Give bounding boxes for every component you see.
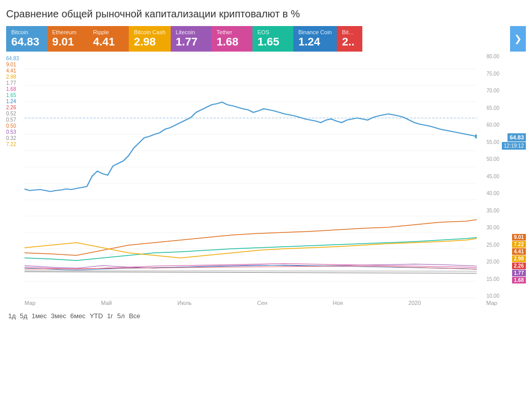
btn-1y[interactable]: 1г bbox=[107, 311, 113, 321]
xrp-name: Ripple bbox=[93, 29, 124, 35]
chevron-right-icon: ❯ bbox=[514, 33, 522, 44]
usdt-value: 1.68 bbox=[217, 35, 247, 49]
rb-168: 1.68 bbox=[512, 277, 526, 283]
right-coin-badges: 9.01 7.22 4.41 2.98 2.26 1.77 1.68 bbox=[512, 234, 526, 283]
page-title: Сравнение общей рыночной капитализации к… bbox=[6, 8, 526, 20]
y-right-75: 75.00 bbox=[479, 71, 499, 77]
rb-298: 2.98 bbox=[512, 255, 526, 262]
time-buttons: 1д 5д 1мес 3мес 6мес YTD 1г 5л Все bbox=[6, 311, 526, 321]
coin-tab-bit2[interactable]: Bit... 2.. bbox=[337, 26, 362, 52]
eos-value: 1.65 bbox=[258, 35, 288, 49]
y-right-25: 25.00 bbox=[479, 242, 499, 248]
rb-eth: 9.01 bbox=[512, 234, 526, 241]
eth-value: 9.01 bbox=[52, 35, 83, 49]
y-labels-left: 64.83 9.01 4.41 2.98 1.77 1.68 1.65 1.24… bbox=[6, 54, 25, 299]
y-right-40: 40.00 bbox=[479, 191, 499, 196]
main-chart: .grid-line { stroke: #e8e8e8; stroke-wid… bbox=[25, 54, 477, 299]
current-time-badge: 12:19:12 bbox=[502, 142, 526, 150]
y-label-eos: 1.65 bbox=[6, 92, 22, 99]
y-label-eth: 9.01 bbox=[6, 62, 22, 68]
rb-226: 2.26 bbox=[512, 263, 526, 269]
chart-wrapper: 64.83 9.01 4.41 2.98 1.77 1.68 1.65 1.24… bbox=[6, 54, 526, 321]
y-right-35: 35.00 bbox=[479, 208, 499, 214]
y-right-55: 55.00 bbox=[479, 139, 499, 145]
bch-value: 2.98 bbox=[134, 35, 166, 49]
x-label-mar1: Мар bbox=[25, 300, 36, 306]
y-label-xrp: 4.41 bbox=[6, 68, 22, 74]
y-right-10: 10.00 bbox=[479, 293, 499, 299]
x-label-sep: Сен bbox=[257, 300, 267, 306]
coin-tab-xrp[interactable]: Ripple 4.41 bbox=[88, 26, 129, 52]
btc-value: 64.83 bbox=[11, 35, 42, 49]
y-right-60: 60.00 bbox=[479, 122, 499, 128]
y-right-15: 15.00 bbox=[479, 276, 499, 282]
y-label-bit2: 2.26 bbox=[6, 105, 22, 111]
chart-svg: .grid-line { stroke: #e8e8e8; stroke-wid… bbox=[25, 54, 477, 299]
coin-tab-bnb[interactable]: Binance Coin 1.24 bbox=[293, 26, 337, 52]
usdt-name: Tether bbox=[217, 29, 247, 35]
y-label-032: 0.32 bbox=[6, 135, 22, 141]
x-axis: Мар Май Июль Сен Ноя 2020 Мар bbox=[6, 299, 526, 308]
current-value-badge: 64.83 bbox=[507, 133, 526, 141]
xrp-value: 4.41 bbox=[93, 35, 124, 49]
bch-name: Bitcoin Cash bbox=[134, 29, 166, 35]
x-label-mar2: Мар bbox=[486, 300, 497, 306]
coin-tab-btc[interactable]: Bitcoin 64.83 bbox=[6, 26, 47, 52]
ltc-name: Litecoin bbox=[176, 29, 206, 35]
y-label-053: 0.53 bbox=[6, 129, 22, 135]
coin-tab-eth[interactable]: Ethereum 9.01 bbox=[47, 26, 88, 52]
bit2-value: 2.. bbox=[342, 35, 357, 49]
btn-all[interactable]: Все bbox=[129, 311, 140, 321]
svg-point-16 bbox=[475, 134, 477, 138]
right-badges-panel: 64.83 12:19:12 9.01 7.22 4.41 2.98 2.26 … bbox=[499, 54, 526, 299]
coin-tab-eos[interactable]: EOS 1.65 bbox=[252, 26, 293, 52]
btn-5y[interactable]: 5л bbox=[117, 311, 125, 321]
y-label-ltc: 1.77 bbox=[6, 80, 22, 86]
y-label-052: 0.52 bbox=[6, 111, 22, 117]
y-label-057: 0.57 bbox=[6, 117, 22, 123]
y-right-80: 80.00 bbox=[479, 54, 499, 59]
btn-1d[interactable]: 1д bbox=[8, 311, 16, 321]
y-label-usdt: 1.68 bbox=[6, 86, 22, 92]
bit2-name: Bit... bbox=[342, 29, 357, 35]
coin-tab-bch[interactable]: Bitcoin Cash 2.98 bbox=[129, 26, 171, 52]
scroll-right-arrow[interactable]: ❯ bbox=[510, 26, 526, 52]
y-right-30: 30.00 bbox=[479, 225, 499, 230]
chart-area: 64.83 9.01 4.41 2.98 1.77 1.68 1.65 1.24… bbox=[6, 54, 526, 299]
x-label-nov: Ноя bbox=[333, 300, 343, 306]
y-right-70: 70.00 bbox=[479, 88, 499, 93]
y-right-65: 65.00 bbox=[479, 105, 499, 111]
coin-tabs-wrapper: Bitcoin 64.83 Ethereum 9.01 Ripple 4.41 … bbox=[6, 26, 526, 52]
coin-tabs: Bitcoin 64.83 Ethereum 9.01 Ripple 4.41 … bbox=[6, 26, 510, 52]
y-label-bnb: 1.24 bbox=[6, 99, 22, 105]
btn-5d[interactable]: 5д bbox=[20, 311, 28, 321]
bnb-name: Binance Coin bbox=[298, 29, 332, 35]
rb-177: 1.77 bbox=[512, 270, 526, 276]
btn-ytd[interactable]: YTD bbox=[89, 311, 103, 321]
x-label-may: Май bbox=[101, 300, 112, 306]
y-label-050: 0.50 bbox=[6, 123, 22, 129]
y-right-50: 50.00 bbox=[479, 156, 499, 162]
x-label-jul: Июль bbox=[177, 300, 192, 306]
eos-name: EOS bbox=[258, 29, 288, 35]
bnb-value: 1.24 bbox=[298, 35, 332, 49]
x-label-2020: 2020 bbox=[408, 300, 421, 306]
rb-441: 4.41 bbox=[512, 248, 526, 255]
y-right-20: 20.00 bbox=[479, 259, 499, 265]
ltc-value: 1.77 bbox=[176, 35, 206, 49]
coin-tab-ltc[interactable]: Litecoin 1.77 bbox=[171, 26, 212, 52]
btc-name: Bitcoin bbox=[11, 29, 42, 35]
current-badge-group: 64.83 12:19:12 bbox=[502, 133, 526, 151]
y-label-722: 7.22 bbox=[6, 141, 22, 148]
y-labels-right: 80.00 75.00 70.00 65.00 60.00 55.00 50.0… bbox=[477, 54, 499, 299]
eth-name: Ethereum bbox=[52, 29, 83, 35]
btn-6m[interactable]: 6мес bbox=[70, 311, 85, 321]
y-label-btc: 64.83 bbox=[6, 56, 22, 62]
y-label-bch: 2.98 bbox=[6, 74, 22, 80]
y-right-45: 45.00 bbox=[479, 174, 499, 179]
btn-3m[interactable]: 3мес bbox=[51, 311, 66, 321]
coin-tab-usdt[interactable]: Tether 1.68 bbox=[212, 26, 252, 52]
rb-722: 7.22 bbox=[512, 241, 526, 248]
btn-1m[interactable]: 1мес bbox=[32, 311, 47, 321]
